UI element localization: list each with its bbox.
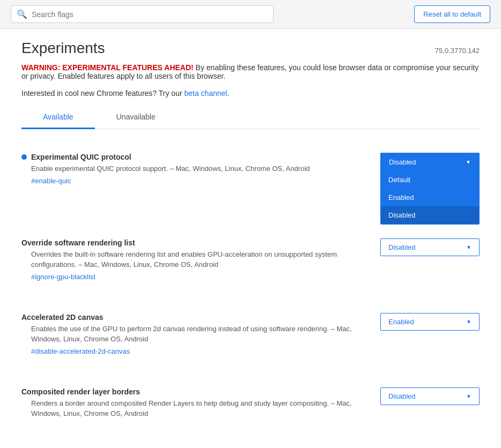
dropdown-canvas2d: Enabled ▼ — [380, 313, 480, 331]
warning-text: WARNING: EXPERIMENTAL FEATURES AHEAD! By… — [21, 63, 480, 80]
feature-content-render-borders: Composited render layer borders Renders … — [21, 387, 380, 421]
feature-link-canvas2d[interactable]: #disable-accelerated-2d-canvas — [21, 347, 130, 355]
tab-available[interactable]: Available — [21, 106, 95, 129]
feature-link-quic[interactable]: #enable-quic — [21, 177, 71, 185]
dropdown-btn-quic[interactable]: Disabled ▼ — [381, 153, 479, 171]
page-header: Experiments 75.0.3770.142 — [21, 40, 480, 57]
dropdown-software: Disabled ▼ — [380, 238, 480, 256]
warning-box: WARNING: EXPERIMENTAL FEATURES AHEAD! By… — [21, 63, 480, 80]
feature-content-canvas2d: Accelerated 2D canvas Enables the use of… — [21, 313, 380, 355]
dropdown-arrow-canvas2d: ▼ — [466, 319, 471, 325]
dropdown-btn-canvas2d[interactable]: Enabled ▼ — [380, 313, 480, 331]
feature-title-software: Override software rendering list — [21, 238, 135, 247]
feature-item-render-borders: Composited render layer borders Renders … — [21, 377, 480, 432]
search-icon: 🔍 — [17, 9, 27, 19]
beta-suffix: . — [227, 89, 230, 98]
feature-title-row-canvas2d: Accelerated 2D canvas — [21, 313, 359, 322]
reset-all-button[interactable]: Reset all to default — [414, 5, 490, 23]
main-content: Experiments 75.0.3770.142 WARNING: EXPER… — [0, 29, 501, 443]
dropdown-current-quic: Disabled — [389, 158, 416, 166]
dropdown-btn-render-borders[interactable]: Disabled ▼ — [380, 387, 480, 405]
dropdown-arrow-render-borders: ▼ — [466, 393, 471, 399]
tab-unavailable[interactable]: Unavailable — [95, 106, 177, 129]
dropdown-arrow-quic: ▼ — [466, 159, 471, 165]
feature-item-software-rendering: Override software rendering list Overrid… — [21, 228, 480, 292]
feature-desc-render-borders: Renders a border around composited Rende… — [21, 398, 359, 419]
dropdown-btn-software[interactable]: Disabled ▼ — [380, 238, 480, 256]
page-title: Experiments — [21, 40, 105, 57]
warning-emphasis: WARNING: EXPERIMENTAL FEATURES AHEAD! — [21, 63, 194, 72]
feature-link-software[interactable]: #ignore-gpu-blacklist — [21, 273, 95, 281]
feature-content-software-rendering: Override software rendering list Overrid… — [21, 238, 380, 281]
feature-list: Experimental QUIC protocol Enable experi… — [21, 142, 480, 432]
dropdown-current-software: Disabled — [388, 243, 416, 251]
feature-desc-canvas2d: Enables the use of the GPU to perform 2d… — [21, 324, 359, 345]
feature-content-quic: Experimental QUIC protocol Enable experi… — [21, 153, 380, 185]
dropdown-arrow-software: ▼ — [466, 244, 471, 250]
feature-title-row-render-borders: Composited render layer borders — [21, 387, 359, 396]
feature-desc-software: Overrides the built-in software renderin… — [21, 249, 359, 270]
dropdown-option-enabled-quic[interactable]: Enabled — [381, 189, 479, 206]
beta-channel-link[interactable]: beta channel — [184, 89, 227, 98]
feature-title-row-software: Override software rendering list — [21, 238, 359, 247]
feature-item-canvas2d: Accelerated 2D canvas Enables the use of… — [21, 302, 480, 366]
dropdown-current-canvas2d: Enabled — [388, 318, 414, 326]
search-input[interactable] — [32, 10, 268, 19]
version-label: 75.0.3770.142 — [435, 47, 480, 55]
search-bar: 🔍 Reset all to default — [0, 0, 501, 29]
dropdown-menu-quic: Disabled ▼ Default Enabled Disabled — [380, 153, 480, 225]
feature-title-row-quic: Experimental QUIC protocol — [21, 153, 359, 161]
search-input-wrapper: 🔍 — [11, 5, 274, 23]
feature-title-canvas2d: Accelerated 2D canvas — [21, 313, 104, 322]
dropdown-option-disabled-quic[interactable]: Disabled — [381, 206, 479, 224]
dropdown-render-borders: Disabled ▼ — [380, 387, 480, 405]
tabs-bar: Available Unavailable — [21, 106, 480, 129]
feature-title-quic: Experimental QUIC protocol — [31, 153, 131, 161]
beta-prefix: Interested in cool new Chrome features? … — [21, 89, 184, 98]
dropdown-option-default-quic[interactable]: Default — [381, 171, 479, 189]
feature-title-render-borders: Composited render layer borders — [21, 387, 140, 396]
beta-channel-text: Interested in cool new Chrome features? … — [21, 89, 480, 98]
feature-desc-quic: Enable experimental QUIC protocol suppor… — [21, 163, 359, 174]
feature-item-quic: Experimental QUIC protocol Enable experi… — [21, 142, 480, 196]
dropdown-current-render-borders: Disabled — [388, 392, 416, 400]
blue-dot-quic — [21, 154, 27, 160]
